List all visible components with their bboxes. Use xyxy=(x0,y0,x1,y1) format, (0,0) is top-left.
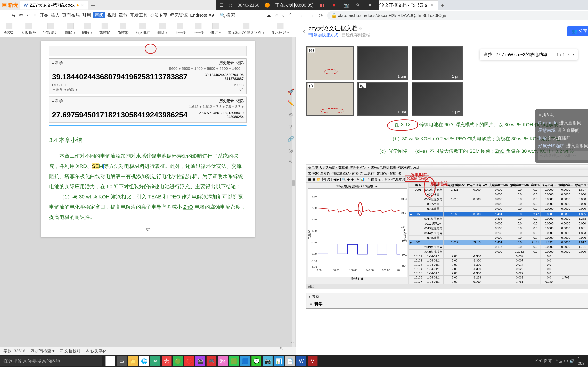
table-row[interactable]: 0015静置0.0000.00.00.00000.00000.0001.865 xyxy=(409,235,588,240)
find-prev-icon[interactable]: ‹ xyxy=(568,52,570,57)
doc-tab[interactable]: W ZZY大论文-第7稿.docx ● ✕ xyxy=(20,1,88,9)
toolbar-item[interactable]: 插入批注 xyxy=(135,23,150,35)
taskbar-app[interactable]: ▭ xyxy=(117,356,127,366)
toolbar-item[interactable]: 删除 xyxy=(157,23,168,35)
spellcheck-toggle[interactable]: ☑ 拼写检查 ▾ xyxy=(30,348,54,354)
table-row[interactable]: 101071-04-01:12.000.0001.7610.0292022/03… xyxy=(409,280,588,284)
ribbon-item[interactable]: 章节 xyxy=(119,13,127,18)
ribbon-up-icon[interactable]: ⌃ xyxy=(289,13,292,18)
taskbar-app[interactable]: 📁 xyxy=(128,356,138,366)
chat-input[interactable] xyxy=(538,151,588,160)
taskbar-app[interactable]: 📷 xyxy=(263,356,273,366)
nav-back-icon[interactable]: ← xyxy=(299,12,305,19)
table-row[interactable]: 0004恒流放电1.0180.0000.0000.00.00.00000.000… xyxy=(409,197,588,202)
cursor-icon[interactable]: ↖ xyxy=(289,159,293,165)
taskbar-app[interactable]: 🎮 xyxy=(207,356,216,366)
ribbon-item[interactable]: 审阅 xyxy=(93,12,105,18)
ribbon-cloud-icon[interactable]: ☁ xyxy=(267,13,271,18)
toolbar-item[interactable]: 翻译 xyxy=(65,23,75,35)
table-row[interactable]: 101041-04-01:12.00-1.3000.0220.02022/03/… xyxy=(409,267,588,271)
nav-forward-icon[interactable]: → xyxy=(309,12,314,19)
close-icon[interactable]: ✕ xyxy=(366,2,373,8)
system-tray[interactable]: 19°C 阵雨 ^ ㄓ 中 🔊 1202 xyxy=(530,356,588,366)
taskbar-app[interactable]: ✉ xyxy=(150,356,160,366)
table-row[interactable]: 0003搁置0.0000.00.00.00000.00000.0001.540 xyxy=(409,192,588,197)
table-row[interactable]: 2020恒流放电0.00091:24.50.00.00000.00000.000… xyxy=(409,250,588,254)
hamburger-icon[interactable]: ☰ xyxy=(219,2,223,8)
taskbar-app[interactable]: ⊞ xyxy=(105,356,115,366)
datasw-menu[interactable]: 文件(F) 查看(V) 辅助通道(A) 选项(O) 工具(T) 窗口(W) 帮助… xyxy=(306,170,588,176)
pause-icon[interactable]: ▮▮ xyxy=(319,2,326,8)
taskbar-app[interactable]: 壳 xyxy=(162,356,172,366)
ribbon-item[interactable]: 稻壳资源 xyxy=(170,13,188,18)
ribbon-print-icon[interactable]: 🖨 xyxy=(11,13,16,18)
taskbar-app[interactable]: 🟦 xyxy=(240,356,250,366)
find-input[interactable] xyxy=(495,52,553,57)
globe-icon[interactable]: ◎ xyxy=(288,147,293,154)
toolbar-item[interactable]: 上一条 xyxy=(174,23,186,35)
table-row[interactable]: 0011恒压充电0.8950.00.00.00000.00001.2581.64… xyxy=(409,217,588,221)
toolbar-item[interactable]: 字数统计 xyxy=(43,23,58,35)
taskbar-app[interactable]: 📄 xyxy=(285,356,295,366)
taskbar-app[interactable]: 🎬 xyxy=(195,356,205,366)
table-row[interactable]: 101051-04-01:12.00-1.3000.0290.02022/03/… xyxy=(409,271,588,275)
vertical-scrollbar[interactable] xyxy=(292,37,295,347)
ribbon-item[interactable]: EndNote X9 xyxy=(190,13,214,18)
star-icon[interactable]: ☆ xyxy=(359,26,363,31)
new-tab-button[interactable]: ＋ xyxy=(90,0,96,10)
target-icon[interactable]: ◎ xyxy=(228,2,233,8)
ribbon-search[interactable]: 🔍 搜索 xyxy=(220,12,235,18)
ribbon-undo-icon[interactable]: ↶ xyxy=(27,13,30,18)
taskbar-app[interactable]: ⭕ xyxy=(184,356,194,366)
taskbar-app[interactable]: 🟩 xyxy=(229,356,239,366)
ribbon-item[interactable]: 页面布局 xyxy=(62,13,80,18)
pen-tool-icon[interactable]: ✏️ xyxy=(287,100,294,106)
ribbon-back-icon[interactable]: ▭ xyxy=(3,13,8,18)
toolbar-item[interactable]: 朗读 xyxy=(82,23,93,35)
toolbar-item[interactable]: 修订 xyxy=(210,23,221,35)
nav-reload-icon[interactable]: ⟳ xyxy=(319,12,323,19)
ribbon-item[interactable]: 引用 xyxy=(82,13,91,18)
more-options-icon[interactable]: ⋯ xyxy=(289,339,294,345)
taskbar-app[interactable]: 📊 xyxy=(274,356,284,366)
table-row[interactable]: 101021-04-01:12.00-1.3000.0070.02022/03/… xyxy=(409,259,588,263)
taskbar-app[interactable]: 粉 xyxy=(218,356,228,366)
ribbon-more-icon[interactable]: » xyxy=(34,13,36,18)
stop-icon[interactable]: ■ xyxy=(331,2,337,8)
table-row[interactable]: 0012循环1次0.0000.00.00.00000.00000.0001.76… xyxy=(409,221,588,226)
table-row[interactable]: 0013恒流充电0.5060.00.00.00000.00001.8811.20… xyxy=(409,226,588,231)
link-icon[interactable]: 🔗 xyxy=(287,136,294,142)
taskbar-app[interactable]: 🟢 xyxy=(173,356,183,366)
toolbar-item[interactable]: 下一条 xyxy=(192,23,204,35)
toolbar-item[interactable]: 简转繁 xyxy=(117,23,129,35)
table-row[interactable]: 0014恒压充电0.2300.00.00.00000.00001.8632.16… xyxy=(409,231,588,235)
table-row[interactable]: 101061-04-01:12.00-1.2980.0330.01.763202… xyxy=(409,275,588,280)
ribbon-preview-icon[interactable]: 👁 xyxy=(19,13,23,18)
missing-font[interactable]: ⚠ 缺失字体 xyxy=(86,348,107,354)
ribbon-item[interactable]: 开始 xyxy=(40,13,49,18)
find-next-icon[interactable]: › xyxy=(572,52,574,57)
table-row[interactable]: 0006静置0.0000.00.00.00000.00000.0005.012 xyxy=(409,206,588,211)
table-row[interactable]: ▶0031.61229.131.4010.091.811.8920.00001.… xyxy=(409,240,588,245)
docfix-toggle[interactable]: ☑ 文档校对 xyxy=(60,348,81,354)
taskbar-app[interactable]: 💬 xyxy=(251,356,261,366)
ribbon-item[interactable]: 会员专享 xyxy=(150,13,168,18)
table-row[interactable]: ▶0021.5660.0001.4010.089.470.00000.00001… xyxy=(409,212,588,217)
data-table[interactable]: 编号工步名称放电起始电压/V放电中值电压/V充电容量/mAh放电容量/mAh容量… xyxy=(408,183,588,284)
toolbar-item[interactable]: 批改服务 xyxy=(21,23,36,35)
ribbon-item[interactable]: 开发工具 xyxy=(130,13,147,18)
tab-close-icon[interactable]: ✕ xyxy=(431,2,434,8)
ribbon-item[interactable]: 视图 xyxy=(107,13,116,18)
taskbar-app[interactable]: V xyxy=(308,356,318,366)
camera-icon[interactable]: 📷 xyxy=(343,2,349,8)
help-icon[interactable]: ？ xyxy=(288,123,294,131)
taskbar-app[interactable]: W xyxy=(296,356,306,366)
draw-icon[interactable]: ✎ xyxy=(279,346,283,351)
table-row[interactable]: 2019恒压充电0.1170.00.00.00000.00001.721 xyxy=(409,245,588,250)
toolbar-item[interactable]: 显示标记 xyxy=(271,23,289,35)
clock[interactable]: 1202 xyxy=(578,356,585,366)
table-row[interactable]: 101011-04-01:12.00-1.3000.0370.02022/03/… xyxy=(409,254,588,259)
toolbar-item[interactable]: 繁转简 xyxy=(99,23,111,35)
ribbon-share-icon[interactable]: ↗ xyxy=(274,13,278,18)
toolbar-item[interactable]: 拼校对 xyxy=(3,23,15,35)
